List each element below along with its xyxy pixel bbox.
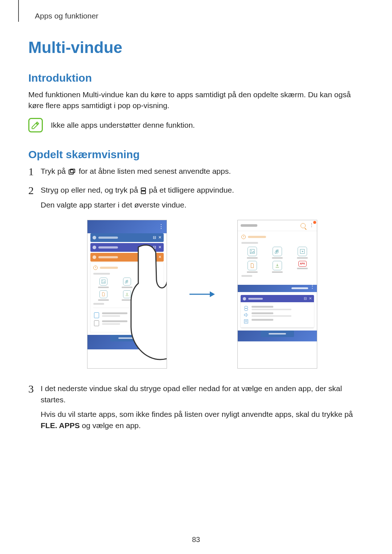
sound-icon xyxy=(244,312,249,317)
clock-icon xyxy=(93,266,98,270)
storage-row xyxy=(94,320,160,326)
notifications-icon xyxy=(244,319,249,324)
video-icon xyxy=(147,278,155,286)
section-label xyxy=(241,275,252,277)
audio-icon xyxy=(123,278,131,286)
more-apps-bar: ⋮ xyxy=(238,285,317,292)
more-icon: ⋮ xyxy=(310,286,315,287)
svg-rect-11 xyxy=(244,320,248,323)
steps-list: 1 Tryk på for at åbne listen med senest … xyxy=(28,166,364,431)
note-text: Ikke alle apps understøtter denne funkti… xyxy=(51,121,195,130)
step-1-text-b: for at åbne listen med senest anvendte a… xyxy=(79,167,231,175)
page-number: 83 xyxy=(0,535,392,544)
svg-rect-2 xyxy=(141,188,146,190)
left-topbar: ⋮ xyxy=(87,220,167,233)
right-top-pane: APK xyxy=(238,231,317,283)
category-grid: APK xyxy=(241,247,313,273)
svg-point-9 xyxy=(251,250,252,251)
files-preview-panel: APK xyxy=(90,263,164,332)
apk-icon: APK xyxy=(147,290,155,296)
settings-row xyxy=(244,312,311,317)
step-2: 2 Stryg op eller ned, og tryk på på et t… xyxy=(28,185,364,369)
close-all-button xyxy=(110,335,144,341)
close-icon: ✕ xyxy=(158,235,162,241)
svg-rect-3 xyxy=(141,191,146,194)
page-title: Multi-vindue xyxy=(28,38,364,57)
step-number: 3 xyxy=(28,381,34,397)
category-grid: APK xyxy=(93,278,161,301)
close-icon: ✕ xyxy=(158,254,162,260)
category-label xyxy=(93,273,110,275)
step-2-text-b: på et tidligere appvindue. xyxy=(149,186,234,194)
close-icon: ✕ xyxy=(309,296,312,301)
close-icon: ✕ xyxy=(158,245,162,250)
images-icon xyxy=(248,247,257,256)
right-bottom-bar xyxy=(238,331,317,341)
step-number: 2 xyxy=(28,182,34,198)
video-icon xyxy=(298,247,307,256)
recent-files-line xyxy=(93,266,161,270)
search-icon xyxy=(301,223,306,228)
splitscreen-icon xyxy=(141,188,146,194)
storage-row xyxy=(94,312,160,318)
storage-section xyxy=(93,308,161,331)
page-content: Apps og funktioner Multi-vindue Introduk… xyxy=(0,0,392,431)
step-3-subtext: Hvis du vil starte apps, som ikke findes… xyxy=(41,409,364,431)
instruction-figure: ⋮ ⊟✕ ⊟✕ ⊟✕ xyxy=(41,220,364,369)
arrow-icon xyxy=(189,290,216,299)
recents-icon xyxy=(69,169,76,175)
recent-files-line xyxy=(241,235,313,239)
category-label xyxy=(241,242,258,244)
app-title-placeholder xyxy=(241,224,257,227)
figure-phone-left: ⋮ ⊟✕ ⊟✕ ⊟✕ xyxy=(87,220,167,369)
documents-icon xyxy=(99,290,107,298)
step-2-text-a: Stryg op eller ned, og tryk på xyxy=(41,186,140,194)
downloads-icon xyxy=(273,261,282,270)
card-header: ⊟✕ xyxy=(241,295,314,302)
right-topbar: ⋮ xyxy=(238,220,317,231)
section-label xyxy=(93,303,104,305)
step-number: 1 xyxy=(28,164,34,180)
sd-card-icon xyxy=(94,320,99,326)
more-apps-label xyxy=(291,287,308,289)
documents-icon xyxy=(248,261,257,270)
left-card-stack: ⊟✕ ⊟✕ ⊟✕ xyxy=(87,233,167,332)
step-2-subtext: Den valgte app starter i det øverste vin… xyxy=(41,200,364,210)
section-split-heading: Opdelt skærmvisning xyxy=(28,148,364,161)
images-icon xyxy=(99,278,107,286)
split-icon: ⊟ xyxy=(304,296,307,301)
step-3-bold: FLE. APPS xyxy=(41,421,80,430)
split-icon: ⊟ xyxy=(153,254,156,260)
phone-storage-icon xyxy=(94,312,99,318)
close-all-button xyxy=(261,331,294,337)
step-1: 1 Tryk på for at åbne listen med senest … xyxy=(28,166,364,177)
apk-icon: APK xyxy=(298,261,307,267)
split-icon: ⊟ xyxy=(153,245,156,250)
notification-badge-icon xyxy=(313,221,316,224)
settings-row xyxy=(244,306,311,311)
page-fold-line xyxy=(18,0,19,22)
section-introduction-heading: Introduktion xyxy=(28,72,364,84)
pencil-icon xyxy=(31,120,40,130)
breadcrumb: Apps og funktioner xyxy=(35,12,364,20)
settings-preview xyxy=(241,302,314,328)
svg-point-5 xyxy=(102,280,103,281)
bottom-app-card: ⊟✕ xyxy=(241,295,314,328)
split-icon: ⊟ xyxy=(153,235,156,241)
recent-app-card: ⊟✕ xyxy=(90,253,164,262)
step-3-text-a: I det nederste vindue skal du stryge opa… xyxy=(41,384,342,403)
intro-paragraph: Med funktionen Multi-vindue kan du køre … xyxy=(28,89,364,111)
step-1-text-a: Tryk på xyxy=(41,167,68,175)
more-icon: ⋮ xyxy=(158,222,164,231)
downloads-icon xyxy=(123,290,131,298)
recent-app-card: ⊟✕ xyxy=(90,233,164,242)
clock-icon xyxy=(241,235,246,239)
note-icon xyxy=(28,118,43,132)
settings-row xyxy=(244,319,311,324)
step-3: 3 I det nederste vindue skal du stryge o… xyxy=(28,383,364,431)
step-3-text-b: Hvis du vil starte apps, som ikke findes… xyxy=(41,410,353,418)
note-callout: Ikke alle apps understøtter denne funkti… xyxy=(28,118,364,132)
audio-icon xyxy=(273,247,282,256)
figure-phone-right: ⋮ APK xyxy=(237,220,317,369)
left-bottom-bar xyxy=(87,335,167,349)
